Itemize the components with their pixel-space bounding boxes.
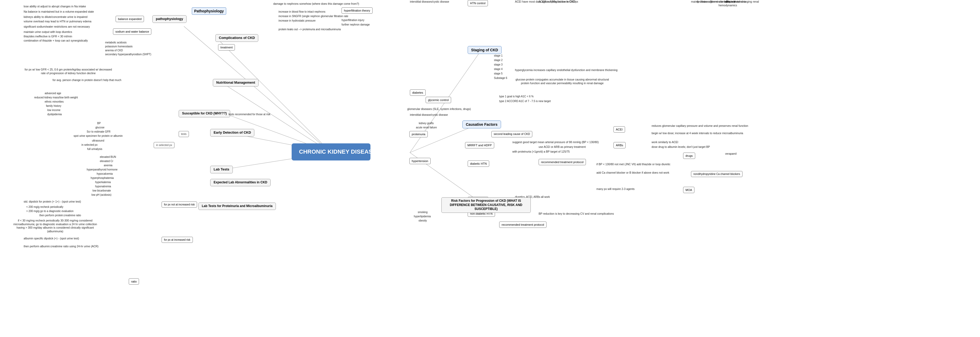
type1-goal: type 1 goal is high A1C < 6 %	[499, 95, 534, 98]
less-200: < 200 mg/g recheck periodically	[26, 205, 63, 209]
section-risk-factors: Risk Factors for Progression of CKD (WHA…	[441, 197, 531, 213]
maintain-urine: maintain urine output with loop diuretic…	[24, 30, 72, 34]
work-similarly: work similarly to ACEI	[652, 141, 678, 144]
low-bicarb: low bicarbonate	[92, 189, 111, 192]
section-pathophysiology-label: Pathophysiology	[192, 7, 226, 15]
hyperkalemia: hyperkalemia	[95, 180, 111, 184]
nondihydropyridine: nondihydropyridine Ca channel blockers	[691, 171, 743, 177]
bp-reduction: BP reduction is key to decreasing CV and…	[539, 212, 614, 216]
if-less-30: if < 30 mg/mg recheck periodically 30-30…	[13, 219, 97, 233]
arbs-node: ARBs	[614, 142, 625, 149]
diabetes-node: diabetes	[410, 89, 426, 96]
mainly-dilates: mainly dilates afferent arterioles	[691, 0, 730, 4]
stage3: stage 3	[494, 63, 503, 66]
aceis-arbs: ACEI5 or ARBs 1st line in CKD px	[539, 0, 578, 3]
glomerular-diseases: glomerular diseases (SLE, system infecti…	[407, 107, 471, 111]
interstitial2: interstitial diseases/cystic disease	[410, 0, 449, 3]
htn-control: HTN control	[468, 0, 488, 6]
bp: BP	[97, 121, 101, 125]
dyslipidemia: dyslipidemia	[47, 113, 62, 116]
tests-label: tests	[179, 131, 189, 137]
proteinuria-node: proteinuria	[409, 131, 428, 137]
scr-estimate: Scr to estimate GFR	[87, 130, 111, 133]
affects-proteinuria: affects proteinuria	[725, 0, 746, 3]
section-complications: Complications of CKD	[215, 34, 258, 42]
spot-urine: spot urine specimen for protein or album…	[73, 134, 123, 137]
section-pathophysiology: pathophysiology	[153, 15, 186, 23]
advanced-age: advanced age	[45, 91, 61, 95]
sodium-water-balance: sodium and water balance	[113, 29, 151, 35]
increase-hydrostatic: increase in hydrostatic pressure	[278, 19, 315, 22]
tests-recommended: tests recommended for those at risk	[229, 113, 270, 116]
stage5: stage 5	[494, 72, 503, 75]
type2-accord: type 2 ACCORD A1C of 7 - 7.5 is new targ…	[499, 99, 551, 103]
hyperlipidemia: hyperlipidemia	[414, 215, 431, 218]
elevated-cr: elevated Cr	[100, 160, 113, 163]
then-perform-albumin: then perform albumin:creatinine ratio us…	[24, 245, 99, 248]
mind-map: CHRONIC KIDNEY DISEASE pathophysiology P…	[0, 0, 980, 337]
secondary-hpt: secondary hyperparathyroidism (SHPT)	[105, 53, 151, 56]
many-px: many px will require 2-3 agents	[597, 187, 635, 191]
ultrasound: ultrasound	[92, 139, 104, 142]
section-staging: Staging of CKD	[468, 46, 501, 54]
more-200: > 200 mg/g go to a diagnostic evaluation	[26, 209, 73, 213]
with-proteinuria: with proteinuria (>1gm/d) a BP target of…	[512, 150, 570, 153]
for-px-increased: for px at increased risk	[162, 237, 193, 243]
treatment-label: treatment	[218, 44, 235, 51]
center-node: CHRONIC KIDNEY DISEASE	[292, 144, 371, 160]
na-balance: Na balance is maintained but in a volume…	[24, 10, 94, 14]
acei-node: ACEI	[614, 126, 625, 133]
second-leading: second leading cause of CKD	[491, 131, 532, 137]
anemia-ckd: anemia of CKD	[105, 49, 123, 52]
metabolic-acidosis: metabolic acidosis	[105, 41, 127, 44]
stage4: stage 4	[494, 67, 503, 71]
interstitial1: interstitial disease/cystic disease	[410, 113, 448, 117]
low-ph: low pH (acidosis)	[91, 193, 111, 196]
std-dipstick: std. dipstick for protein (+ 1+) - (spot…	[24, 200, 81, 204]
glucose: glucose	[95, 126, 104, 129]
section-nutritional: Nutritional Management	[213, 79, 259, 86]
section-lab-tests: Lab Tests	[210, 166, 233, 173]
verapamil: verapamil	[725, 152, 737, 155]
section-lab-proteinuria: Lab Tests for Proteinuria and Microalbum…	[198, 203, 276, 210]
anemia-lab: anemia	[104, 164, 113, 167]
increase-sngfr: increase in SNGFR (single nephron glomer…	[278, 14, 348, 18]
reduces-glomerular: reduces glomerular capillary pressure an…	[652, 124, 748, 128]
albumin-specific: albumin specific dipstick (+) - (spot ur…	[24, 237, 79, 240]
electrolytes: in selected px	[81, 143, 97, 147]
section-expected-lab: Expected Lab Abnormalities in CKD	[210, 179, 270, 186]
hyperphosphatemia: hyperphosphatemia	[91, 176, 114, 180]
smoking: smoking	[418, 211, 428, 214]
potassium-homeostasis: potassium homeostasis	[105, 45, 133, 48]
recommended-treatment2: recommended treatment protocol	[499, 222, 546, 228]
moa-node: MOA	[683, 187, 694, 193]
reduced-kidney-mass: reduced kidney mass/low birth weight	[34, 96, 78, 99]
thiazides: thiazides ineffective is GFR < 30 ml/min	[24, 35, 72, 38]
ethnic-minorities: ethnic minorities	[45, 100, 64, 104]
further-nephron: further nephron damage	[342, 23, 370, 26]
if-bp-130: if BP < 130/80 not met (JNC VII) add thi…	[597, 163, 670, 166]
low-income: low income	[47, 109, 60, 112]
begin-wl: begin w/ low dose; increase at 4 week in…	[652, 131, 743, 135]
balance-expanded: balance expanded	[116, 16, 144, 22]
glycemic-control: glycemic control	[426, 97, 451, 103]
kidney-grafts: kidney grafts	[419, 121, 434, 125]
volume-overload: volume overload may lead to HTN or pulmo…	[24, 20, 91, 23]
elevated-bun: elevated BUN	[100, 155, 116, 159]
glucose-protein: glucose-protein conjugates accumulate in…	[515, 78, 609, 85]
section-early-detection: Early Detection of CKD	[210, 129, 255, 137]
hypertension-node: hypertension	[409, 158, 431, 164]
lose-ability: lose ability ot adjust to abrupt changes…	[24, 5, 86, 8]
add-ca: add Ca channel blocker or B blocker if a…	[597, 171, 669, 175]
acute-renal: acute renal failure	[416, 126, 437, 129]
full-urinalysis: full urinalysis	[87, 147, 102, 151]
hyperfiltration-theory: hyperfiltration theory	[342, 7, 372, 14]
stage2: stage 2	[494, 58, 503, 62]
mrrft-hdfp: MRRFT and HDFP	[465, 142, 494, 149]
then-perform: then perform protein:creatinine ratio	[40, 214, 81, 217]
hyponatremia: hyponatremia	[95, 185, 111, 188]
damage-nephrons: damage to nephrons somehow (where does t…	[273, 2, 359, 6]
drugs-node: drugs	[683, 153, 695, 159]
hyperfiltration-injury: hyperfiltration injury	[342, 18, 364, 22]
hyperglycemia-increases: hyperglycemia increases capillary endoth…	[515, 69, 617, 72]
